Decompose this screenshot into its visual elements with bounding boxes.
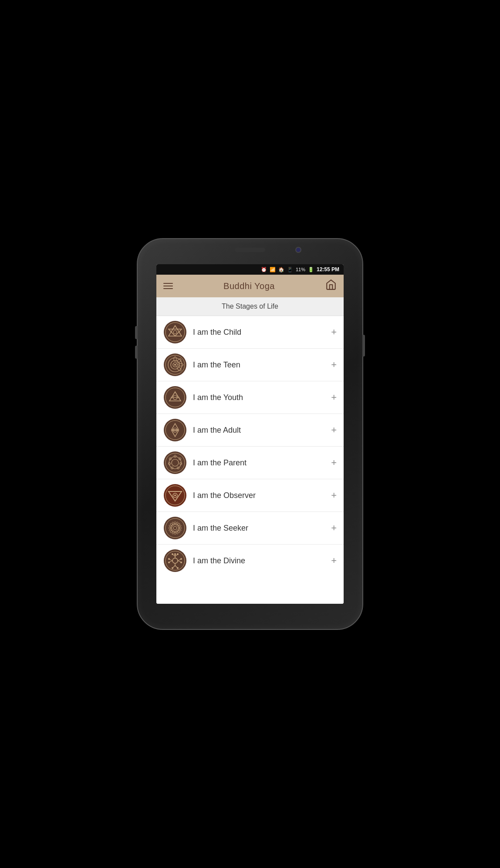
parent-plus-icon[interactable]: + — [331, 458, 337, 468]
observer-label: I am the Observer — [193, 491, 331, 500]
speaker — [235, 248, 265, 252]
svg-point-25 — [164, 451, 186, 474]
svg-point-76 — [177, 553, 179, 555]
divine-plus-icon[interactable]: + — [331, 556, 337, 565]
svg-point-80 — [180, 562, 182, 563]
app-title: Buddhi Yoga — [223, 281, 275, 291]
stage-item-youth[interactable]: I am the Youth + — [156, 381, 344, 414]
svg-point-40 — [174, 495, 176, 496]
youth-plus-icon[interactable]: + — [331, 393, 337, 402]
svg-point-77 — [168, 558, 170, 560]
divine-label: I am the Divine — [193, 556, 331, 565]
svg-point-10 — [174, 364, 176, 366]
svg-point-81 — [172, 567, 173, 569]
stage-item-child[interactable]: I am the Child + — [156, 316, 344, 349]
parent-label: I am the Parent — [193, 458, 331, 468]
stage-item-observer[interactable]: I am the Observer + — [156, 479, 344, 512]
battery-level: 11% — [296, 267, 305, 272]
volume-down-button[interactable] — [135, 346, 138, 359]
svg-point-41 — [164, 517, 186, 539]
wifi-icon: 📶 — [270, 267, 276, 273]
teen-label: I am the Teen — [193, 360, 331, 370]
adult-label: I am the Adult — [193, 426, 331, 435]
stage-item-adult[interactable]: I am the Adult + — [156, 414, 344, 447]
teen-plus-icon[interactable]: + — [331, 360, 337, 370]
clock: 12:55 PM — [317, 266, 339, 273]
stage-item-parent[interactable]: I am the Parent + — [156, 447, 344, 479]
svg-point-74 — [174, 553, 176, 555]
stages-list: I am the Child + — [156, 316, 344, 604]
svg-point-82 — [177, 567, 179, 569]
observer-plus-icon[interactable]: + — [331, 491, 337, 500]
adult-plus-icon[interactable]: + — [331, 425, 337, 435]
child-plus-icon[interactable]: + — [331, 327, 337, 337]
child-icon — [163, 320, 187, 344]
menu-button[interactable] — [163, 283, 173, 289]
svg-point-79 — [180, 558, 182, 560]
seeker-label: I am the Seeker — [193, 524, 331, 533]
observer-icon — [163, 484, 187, 507]
stage-item-teen[interactable]: I am the Teen + — [156, 349, 344, 381]
adult-icon — [163, 418, 187, 442]
svg-point-75 — [172, 553, 173, 555]
svg-point-20 — [164, 419, 186, 441]
camera — [295, 247, 301, 253]
svg-point-61 — [164, 549, 186, 572]
phone-screen: ⏰ 📶 🏠 📱 11% 🔋 12:55 PM Buddhi Yoga — [156, 264, 344, 604]
svg-point-78 — [168, 562, 170, 563]
phone-frame: ⏰ 📶 🏠 📱 11% 🔋 12:55 PM Buddhi Yoga — [137, 238, 363, 630]
status-bar: ⏰ 📶 🏠 📱 11% 🔋 12:55 PM — [156, 264, 344, 275]
youth-label: I am the Youth — [193, 393, 331, 402]
youth-icon — [163, 386, 187, 409]
power-button[interactable] — [362, 335, 365, 357]
parent-icon — [163, 451, 187, 474]
app-header: Buddhi Yoga — [156, 275, 344, 297]
stage-item-seeker[interactable]: I am the Seeker + — [156, 512, 344, 545]
divine-icon — [163, 549, 187, 572]
child-label: I am the Child — [193, 328, 331, 337]
volume-up-button[interactable] — [135, 326, 138, 339]
alarm-icon: ⏰ — [261, 267, 267, 273]
page-subtitle: The Stages of Life — [156, 297, 344, 316]
svg-point-0 — [164, 321, 186, 343]
signal-icon: 📱 — [287, 267, 293, 273]
stage-item-divine[interactable]: I am the Divine + — [156, 545, 344, 577]
teen-icon — [163, 353, 187, 377]
home-app-icon: 🏠 — [278, 267, 284, 273]
seeker-icon — [163, 516, 187, 540]
battery-icon: 🔋 — [308, 267, 314, 273]
home-button[interactable] — [325, 279, 337, 293]
seeker-plus-icon[interactable]: + — [331, 523, 337, 533]
